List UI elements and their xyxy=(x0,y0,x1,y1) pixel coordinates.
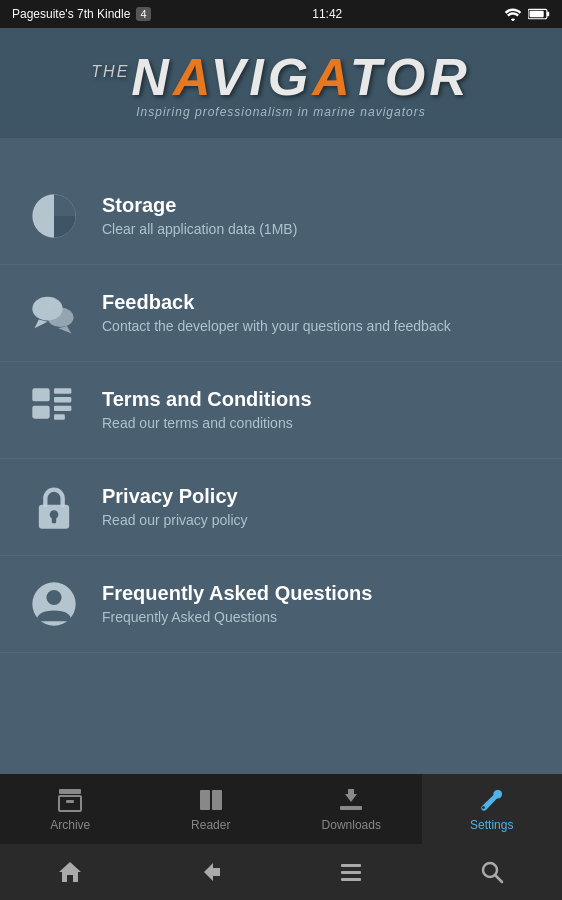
search-icon xyxy=(479,859,505,885)
svg-point-18 xyxy=(46,590,61,605)
storage-title: Storage xyxy=(102,194,538,217)
svg-rect-29 xyxy=(341,871,361,874)
svg-rect-28 xyxy=(341,864,361,867)
svg-marker-26 xyxy=(59,862,81,882)
kindle-badge: 4 xyxy=(136,7,150,21)
main-content: Storage Clear all application data (1MB)… xyxy=(0,138,562,653)
logo-the: THE xyxy=(91,63,129,80)
terms-icon xyxy=(24,380,84,440)
nav-downloads[interactable]: Downloads xyxy=(281,774,422,844)
reader-nav-label: Reader xyxy=(191,818,230,832)
svg-rect-19 xyxy=(59,789,81,794)
logo-tagline: Inspiring professionalism in marine navi… xyxy=(91,105,470,119)
storage-icon xyxy=(24,186,84,246)
faq-icon xyxy=(24,574,84,634)
svg-marker-25 xyxy=(345,789,357,802)
storage-text: Storage Clear all application data (1MB) xyxy=(102,194,538,238)
feedback-menu-item[interactable]: Feedback Contact the developer with your… xyxy=(0,265,562,362)
status-left: Pagesuite's 7th Kindle 4 xyxy=(12,7,151,21)
logo-container: THENAVIGATOR Inspiring professionalism i… xyxy=(91,51,470,119)
svg-marker-7 xyxy=(58,326,71,334)
archive-nav-label: Archive xyxy=(50,818,90,832)
svg-point-6 xyxy=(48,308,74,328)
svg-rect-8 xyxy=(32,388,49,401)
home-button[interactable] xyxy=(46,848,94,896)
svg-rect-24 xyxy=(340,806,362,810)
nav-reader[interactable]: Reader xyxy=(141,774,282,844)
terms-menu-item[interactable]: Terms and Conditions Read our terms and … xyxy=(0,362,562,459)
settings-nav-icon xyxy=(478,786,506,814)
privacy-text: Privacy Policy Read our privacy policy xyxy=(102,485,538,529)
svg-rect-21 xyxy=(66,800,74,803)
app-name: Pagesuite's 7th Kindle xyxy=(12,7,130,21)
bottom-nav: Archive Reader Downloads Settings xyxy=(0,774,562,844)
svg-rect-11 xyxy=(54,397,71,402)
status-bar: Pagesuite's 7th Kindle 4 11:42 xyxy=(0,0,562,28)
archive-nav-icon xyxy=(56,786,84,814)
search-button[interactable] xyxy=(468,848,516,896)
status-time: 11:42 xyxy=(312,7,342,21)
privacy-icon xyxy=(24,477,84,537)
privacy-menu-item[interactable]: Privacy Policy Read our privacy policy xyxy=(0,459,562,556)
svg-rect-30 xyxy=(341,878,361,881)
back-button[interactable] xyxy=(187,848,235,896)
feedback-desc: Contact the developer with your question… xyxy=(102,317,538,335)
nav-settings[interactable]: Settings xyxy=(422,774,563,844)
storage-desc: Clear all application data (1MB) xyxy=(102,220,538,238)
logo-a-highlight: A xyxy=(173,48,211,106)
svg-rect-23 xyxy=(212,790,222,810)
svg-rect-20 xyxy=(59,796,81,811)
privacy-desc: Read our privacy policy xyxy=(102,511,538,529)
menu-button[interactable] xyxy=(327,848,375,896)
back-icon xyxy=(198,859,224,885)
terms-title: Terms and Conditions xyxy=(102,388,538,411)
svg-rect-12 xyxy=(54,406,71,411)
status-right xyxy=(504,7,550,21)
logo-a2-highlight: A xyxy=(312,48,350,106)
nav-archive[interactable]: Archive xyxy=(0,774,141,844)
downloads-nav-icon xyxy=(337,786,365,814)
settings-nav-label: Settings xyxy=(470,818,513,832)
reader-nav-icon xyxy=(197,786,225,814)
svg-rect-2 xyxy=(530,11,544,17)
svg-rect-16 xyxy=(52,517,56,524)
menu-icon xyxy=(338,859,364,885)
downloads-nav-label: Downloads xyxy=(322,818,381,832)
battery-icon xyxy=(528,7,550,21)
feedback-title: Feedback xyxy=(102,291,538,314)
svg-rect-10 xyxy=(54,388,71,393)
terms-desc: Read our terms and conditions xyxy=(102,414,538,432)
svg-marker-5 xyxy=(35,320,48,329)
storage-menu-item[interactable]: Storage Clear all application data (1MB) xyxy=(0,168,562,265)
svg-rect-9 xyxy=(32,406,49,419)
home-icon xyxy=(57,859,83,885)
faq-desc: Frequently Asked Questions xyxy=(102,608,538,626)
terms-text: Terms and Conditions Read our terms and … xyxy=(102,388,538,432)
svg-rect-13 xyxy=(54,414,65,419)
logo-title: THENAVIGATOR xyxy=(91,51,470,103)
feedback-text: Feedback Contact the developer with your… xyxy=(102,291,538,335)
svg-rect-1 xyxy=(547,12,549,17)
svg-marker-27 xyxy=(204,863,220,881)
faq-text: Frequently Asked Questions Frequently As… xyxy=(102,582,538,626)
privacy-title: Privacy Policy xyxy=(102,485,538,508)
system-nav xyxy=(0,844,562,900)
wifi-icon xyxy=(504,7,522,21)
header: THENAVIGATOR Inspiring professionalism i… xyxy=(0,28,562,138)
svg-line-32 xyxy=(495,875,502,882)
feedback-icon xyxy=(24,283,84,343)
faq-menu-item[interactable]: Frequently Asked Questions Frequently As… xyxy=(0,556,562,653)
faq-title: Frequently Asked Questions xyxy=(102,582,538,605)
svg-rect-22 xyxy=(200,790,210,810)
